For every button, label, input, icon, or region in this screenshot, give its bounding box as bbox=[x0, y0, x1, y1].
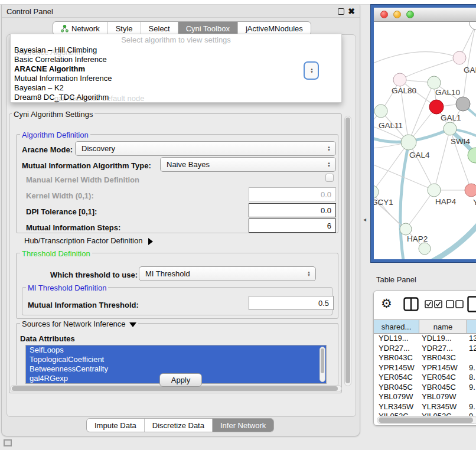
node-salmon[interactable] bbox=[465, 184, 476, 197]
tab-jactivemnodules[interactable]: jActiveMNodules bbox=[238, 22, 311, 35]
split-columns-icon[interactable] bbox=[403, 297, 419, 311]
table-row[interactable]: YDL19...YDL19...13 bbox=[374, 334, 476, 344]
node-gal-cut[interactable] bbox=[453, 51, 466, 64]
dock-panel-icon[interactable] bbox=[4, 439, 12, 446]
tab-cyni-toolbox[interactable]: Cyni Toolbox bbox=[178, 22, 238, 35]
sources-group-title[interactable]: Sources for Network Inference bbox=[20, 319, 138, 328]
attribute-item[interactable]: TopologicalCoefficient bbox=[26, 355, 326, 364]
tab-discretize-data[interactable]: Discretize Data bbox=[145, 419, 213, 432]
minimize-traffic-light[interactable] bbox=[393, 11, 401, 18]
node-gal80[interactable] bbox=[393, 73, 406, 86]
network-canvas[interactable]: GAL GAL80 GAL10 GAL1 GAL11 SWI4 GAL4 GCY… bbox=[374, 22, 476, 259]
apply-button[interactable]: Apply bbox=[159, 373, 202, 387]
dpi-tolerance-field[interactable]: 0.0 bbox=[249, 203, 336, 217]
table-header-row: shared... name bbox=[374, 319, 476, 334]
node-green[interactable] bbox=[444, 122, 457, 135]
table-row[interactable]: YPR145WYPR145W9. bbox=[374, 363, 476, 373]
algorithm-option[interactable]: Mutual Information Inference bbox=[11, 74, 341, 83]
node-gcy1[interactable] bbox=[374, 185, 379, 198]
gear-icon[interactable]: ⚙ bbox=[381, 296, 392, 311]
column-header-cut[interactable] bbox=[467, 320, 476, 333]
node-gal10[interactable] bbox=[428, 76, 441, 89]
tab-impute-data[interactable]: Impute Data bbox=[87, 419, 145, 432]
settings-vertical-scrollbar[interactable] bbox=[344, 116, 351, 386]
cyni-mode-tab-bar: Impute Data Discretize Data Infer Networ… bbox=[86, 418, 274, 432]
algorithm-option-selected[interactable]: ARACNE Algorithm bbox=[11, 64, 341, 74]
node-partial-top[interactable] bbox=[470, 22, 476, 30]
label-gal4: GAL4 bbox=[409, 151, 430, 159]
algorithm-dropdown-placeholder: Select algorithm to view settings bbox=[11, 35, 341, 44]
attributes-list-scrollbar[interactable] bbox=[319, 347, 325, 382]
node-hap2[interactable] bbox=[400, 223, 412, 235]
mi-steps-field[interactable]: 6 bbox=[249, 219, 336, 233]
column-header-shared[interactable]: shared... bbox=[374, 320, 419, 333]
network-view-window: GAL GAL80 GAL10 GAL1 GAL11 SWI4 GAL4 GCY… bbox=[371, 5, 476, 262]
splitter-collapse-arrow[interactable]: ◂ bbox=[363, 216, 366, 223]
aracne-mode-combo[interactable]: Discovery ▲▼ bbox=[75, 141, 336, 156]
attribute-item[interactable]: SelfLoops bbox=[26, 345, 326, 355]
panel-title: Control Panel bbox=[6, 7, 53, 16]
label-gal80: GAL80 bbox=[392, 86, 416, 95]
tab-select[interactable]: Select bbox=[141, 22, 178, 35]
algorithm-option[interactable]: Bayesian – Hill Climbing bbox=[11, 45, 341, 55]
column-header-name[interactable]: name bbox=[419, 320, 467, 333]
control-panel: Control Panel ✖ Network Style Select Cyn… bbox=[1, 5, 360, 436]
label-swi4: SWI4 bbox=[451, 137, 470, 146]
manual-kernel-checkbox[interactable] bbox=[325, 174, 334, 182]
kernel-width-label: Kernel Width (0,1): bbox=[26, 191, 94, 200]
label-gcy1: GCY1 bbox=[374, 198, 393, 207]
control-panel-titlebar: Control Panel ✖ bbox=[2, 5, 360, 18]
table-row[interactable]: YIL052CYIL052C9 bbox=[374, 412, 476, 416]
mi-threshold-label: Mutual Information Threshold: bbox=[28, 301, 139, 309]
top-strip bbox=[0, 0, 476, 5]
float-panel-icon[interactable] bbox=[338, 8, 344, 15]
node-gal4[interactable] bbox=[401, 135, 416, 150]
tab-network[interactable]: Network bbox=[53, 22, 108, 35]
threshold-definition-title: Threshold Definition bbox=[20, 249, 92, 258]
zoom-traffic-light[interactable] bbox=[406, 11, 414, 18]
close-icon[interactable]: ✖ bbox=[348, 6, 355, 16]
table-horizontal-scrollbar[interactable] bbox=[377, 416, 476, 424]
algorithm-option[interactable]: Bayesian – K2 bbox=[11, 83, 341, 93]
algorithm-option[interactable]: Dream8 DC_TDC Algorithm bbox=[11, 93, 341, 102]
node-gray[interactable] bbox=[456, 97, 470, 111]
partial-document-icon[interactable] bbox=[467, 296, 476, 312]
table-row[interactable]: YBL079WYBL079W bbox=[374, 392, 476, 402]
table-row[interactable]: YDR27...YDR27...12 bbox=[374, 344, 476, 354]
label-y-cut: Y bbox=[473, 198, 476, 207]
stepper-icon: ▲▼ bbox=[327, 146, 331, 152]
table-panel-window: ⚙ shared... name Y bbox=[373, 291, 476, 426]
label-hap4: HAP4 bbox=[435, 197, 457, 206]
table-row[interactable]: YBR043CYBR043C bbox=[374, 353, 476, 363]
tab-infer-network[interactable]: Infer Network bbox=[213, 419, 273, 432]
close-traffic-light[interactable] bbox=[380, 11, 388, 18]
mi-threshold-field[interactable]: 0.5 bbox=[249, 296, 334, 310]
manual-kernel-label: Manual Kernel Width Definition bbox=[26, 175, 139, 184]
attribute-item[interactable]: BetweennessCentrality bbox=[26, 364, 326, 374]
algorithm-definition-title: Algorithm Definition bbox=[20, 131, 90, 139]
node-gal11[interactable] bbox=[374, 105, 387, 118]
table-row[interactable]: YLR345WYLR345W9. bbox=[374, 402, 476, 412]
tab-style[interactable]: Style bbox=[108, 22, 141, 35]
checked-checkboxes-icon[interactable] bbox=[425, 300, 442, 308]
table-body: YDL19...YDL19...13 YDR27...YDR27...12 YB… bbox=[374, 334, 476, 416]
label-gal11: GAL11 bbox=[379, 121, 403, 130]
mi-type-combo[interactable]: Naive Bayes ▲▼ bbox=[160, 157, 336, 172]
table-row[interactable]: YBR045CYBR045C9. bbox=[374, 383, 476, 393]
app-root: Control Panel ✖ Network Style Select Cyn… bbox=[0, 0, 476, 450]
label-gal-cut: GAL bbox=[464, 66, 476, 74]
cyni-settings-title: Cyni Algorithm Settings bbox=[12, 110, 94, 119]
algorithm-option[interactable]: Basic Correlation Inference bbox=[11, 55, 341, 64]
label-gal1: GAL1 bbox=[441, 113, 461, 122]
node-bottom[interactable] bbox=[419, 243, 431, 255]
unchecked-checkboxes-icon[interactable] bbox=[446, 300, 464, 308]
node-gal1-red[interactable] bbox=[429, 100, 444, 114]
node-hap4[interactable] bbox=[428, 184, 441, 197]
table-panel-title: Table Panel bbox=[376, 275, 416, 284]
table-row[interactable]: YER054CYER054C8. bbox=[374, 373, 476, 383]
which-threshold-combo[interactable]: MI Threshold ▲▼ bbox=[139, 266, 316, 281]
label-hap2: HAP2 bbox=[407, 234, 428, 243]
network-labels: GAL GAL80 GAL10 GAL1 GAL11 SWI4 GAL4 GCY… bbox=[374, 66, 476, 243]
kernel-width-field: 0.0 bbox=[249, 187, 336, 201]
hub-definition-toggle[interactable]: Hub/Transcription Factor Definition bbox=[24, 236, 153, 245]
